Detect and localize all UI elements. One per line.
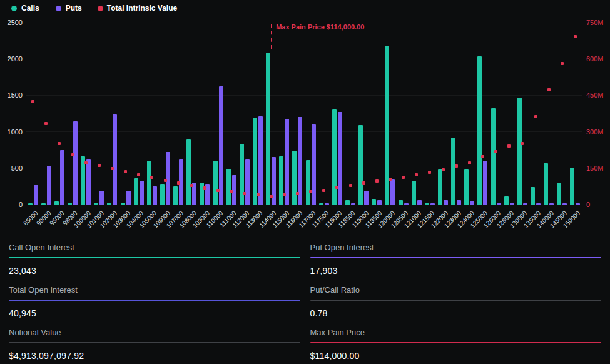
put-bar[interactable] [417,200,422,205]
call-bar[interactable] [570,168,574,205]
intrinsic-value-point[interactable] [428,171,431,174]
intrinsic-value-point[interactable] [415,173,418,176]
call-bar[interactable] [544,163,548,205]
call-bar[interactable] [107,203,111,205]
intrinsic-value-point[interactable] [375,179,379,183]
intrinsic-value-point[interactable] [84,161,88,164]
put-bar[interactable] [364,191,369,205]
intrinsic-value-point[interactable] [98,164,101,167]
intrinsic-value-point[interactable] [150,176,153,179]
put-bar[interactable] [126,191,131,205]
put-bar[interactable] [140,181,144,205]
call-bar[interactable] [345,200,350,205]
call-bar[interactable] [54,201,59,205]
put-bar[interactable] [285,119,289,205]
intrinsic-value-point[interactable] [335,186,338,189]
call-bar[interactable] [464,169,469,205]
call-bar[interactable] [425,203,429,205]
intrinsic-value-point[interactable] [349,184,352,187]
call-bar[interactable] [385,46,389,205]
call-bar[interactable] [134,178,138,205]
call-bar[interactable] [306,160,310,205]
call-bar[interactable] [186,139,191,205]
intrinsic-value-point[interactable] [257,193,260,196]
intrinsic-value-point[interactable] [494,150,497,153]
put-bar[interactable] [113,114,117,205]
call-bar[interactable] [226,169,231,205]
call-bar[interactable] [438,169,442,205]
put-bar[interactable] [377,200,382,205]
intrinsic-value-point[interactable] [203,186,206,190]
put-bar[interactable] [576,203,580,205]
call-bar[interactable] [213,161,218,205]
put-bar[interactable] [153,186,157,205]
call-bar[interactable] [253,118,257,205]
put-bar[interactable] [497,203,501,205]
call-bar[interactable] [94,203,98,205]
put-bar[interactable] [510,203,514,205]
intrinsic-value-point[interactable] [534,115,537,118]
put-bar[interactable] [549,203,554,205]
call-bar[interactable] [28,203,33,205]
call-bar[interactable] [504,196,509,205]
intrinsic-value-point[interactable] [561,62,564,65]
call-bar[interactable] [477,56,482,205]
intrinsic-value-point[interactable] [44,122,48,125]
put-bar[interactable] [34,185,38,205]
put-bar[interactable] [258,116,263,205]
intrinsic-value-point[interactable] [190,184,193,187]
intrinsic-value-point[interactable] [547,88,551,91]
intrinsic-value-point[interactable] [216,189,220,192]
intrinsic-value-point[interactable] [402,176,405,179]
intrinsic-value-point[interactable] [468,161,471,164]
call-bar[interactable] [240,144,244,205]
intrinsic-value-point[interactable] [164,179,167,182]
call-bar[interactable] [332,109,337,205]
put-bar[interactable] [430,203,435,205]
call-bar[interactable] [319,203,323,205]
put-bar[interactable] [483,161,487,205]
call-bar[interactable] [358,125,363,205]
put-bar[interactable] [325,203,329,205]
put-bar[interactable] [245,159,250,205]
call-bar[interactable] [147,161,151,205]
chart-area[interactable]: Max Pain Price $114,000.00 0500100015002… [0,0,610,236]
intrinsic-value-point[interactable] [137,173,140,176]
put-bar[interactable] [73,121,78,205]
call-bar[interactable] [160,184,165,205]
put-bar[interactable] [523,203,527,205]
intrinsic-value-point[interactable] [389,178,392,181]
call-bar[interactable] [557,183,561,205]
put-bar[interactable] [47,166,51,205]
put-bar[interactable] [86,159,91,205]
intrinsic-value-point[interactable] [31,100,34,103]
put-bar[interactable] [351,203,355,205]
intrinsic-value-point[interactable] [296,192,299,195]
intrinsic-value-point[interactable] [243,192,246,195]
call-bar[interactable] [451,138,455,205]
intrinsic-value-point[interactable] [507,144,511,148]
put-bar[interactable] [298,117,302,205]
put-bar[interactable] [390,179,395,205]
call-bar[interactable] [412,181,416,205]
put-bar[interactable] [338,112,342,205]
call-bar[interactable] [68,203,72,205]
call-bar[interactable] [491,108,496,205]
call-bar[interactable] [292,151,297,205]
call-bar[interactable] [517,98,522,205]
intrinsic-value-point[interactable] [574,35,577,38]
call-bar[interactable] [531,187,535,205]
call-bar[interactable] [173,186,178,205]
call-bar[interactable] [121,203,125,205]
put-bar[interactable] [219,86,223,205]
put-bar[interactable] [536,203,541,205]
intrinsic-value-point[interactable] [322,189,325,192]
intrinsic-value-point[interactable] [362,181,365,185]
intrinsic-value-point[interactable] [481,155,484,158]
put-bar[interactable] [444,200,448,205]
intrinsic-value-point[interactable] [58,142,61,145]
intrinsic-value-point[interactable] [309,190,312,193]
intrinsic-value-point[interactable] [124,170,127,173]
intrinsic-value-point[interactable] [283,193,286,196]
call-bar[interactable] [41,203,46,205]
